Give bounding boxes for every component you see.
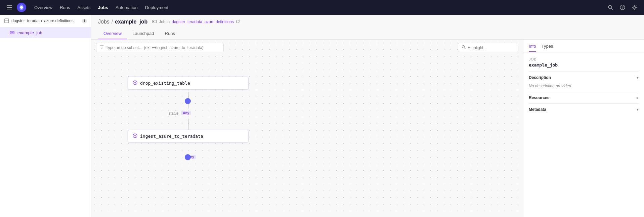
- top-nav: Overview Runs Assets Jobs Automation Dep…: [0, 0, 644, 15]
- tab-launchpad[interactable]: Launchpad: [127, 28, 159, 39]
- svg-rect-17: [153, 20, 157, 23]
- svg-point-19: [462, 46, 465, 48]
- right-panel-body: Job example_job Description ▾ No descrip…: [523, 52, 644, 120]
- svg-rect-11: [5, 19, 9, 23]
- tab-overview[interactable]: Overview: [98, 28, 127, 39]
- node-op-icon-1: [133, 80, 137, 86]
- accordion-description: Description ▾ No description provided: [529, 72, 639, 92]
- accordion-description-header[interactable]: Description ▾: [529, 72, 639, 83]
- svg-point-18: [153, 21, 154, 21]
- svg-point-10: [634, 7, 636, 8]
- svg-rect-2: [7, 9, 12, 9]
- app-layout: dagster_teradata_azure.definitions 1 exa…: [0, 15, 644, 217]
- help-button[interactable]: ?: [617, 2, 628, 13]
- accordion-description-chevron: ▾: [637, 75, 639, 80]
- graph-toolbar: [91, 40, 523, 55]
- repo-badge: 1: [82, 19, 87, 23]
- right-panel: Info Types Job example_job Description ▾: [523, 40, 644, 217]
- accordion-description-content: No description provided: [529, 83, 639, 92]
- content-area: drop_existing_table status Any: [91, 40, 644, 217]
- node-label-drop-existing-table: drop_existing_table: [140, 81, 190, 86]
- nav-deployment[interactable]: Deployment: [142, 3, 172, 12]
- repo-icon: [4, 18, 9, 24]
- op-filter-icon: [100, 45, 104, 50]
- hamburger-button[interactable]: [4, 2, 15, 13]
- connector-dot-1: [185, 98, 191, 104]
- svg-rect-1: [7, 7, 12, 8]
- nav-runs[interactable]: Runs: [56, 3, 73, 12]
- svg-line-7: [611, 8, 613, 10]
- sidebar-item-example-job[interactable]: example_job: [0, 27, 91, 38]
- node-op-icon-2: [133, 133, 137, 139]
- main-content: Jobs / example_job Job in dagster_terada…: [91, 15, 644, 217]
- graph-canvas: drop_existing_table status Any: [91, 56, 523, 217]
- breadcrumb-meta-link[interactable]: dagster_teradata_azure.definitions: [172, 19, 234, 24]
- breadcrumb-meta-text: Job in: [159, 19, 170, 24]
- repo-name: dagster_teradata_azure.definitions: [11, 18, 80, 23]
- connector-dot-2: [185, 154, 191, 160]
- accordion-description-label: Description: [529, 75, 551, 80]
- page-header: Jobs / example_job Job in dagster_terada…: [91, 15, 644, 40]
- nav-assets[interactable]: Assets: [74, 3, 94, 12]
- accordion-resources: Resources ▸: [529, 92, 639, 103]
- accordion-metadata-chevron: ▾: [637, 107, 639, 112]
- svg-line-20: [464, 48, 465, 49]
- sidebar-job-label: example_job: [17, 30, 42, 35]
- job-info-value: example_job: [529, 62, 639, 68]
- right-panel-tabs: Info Types: [523, 40, 644, 52]
- breadcrumb-separator: /: [112, 19, 113, 25]
- op-filter-input[interactable]: [106, 45, 220, 50]
- accordion-resources-header[interactable]: Resources ▸: [529, 92, 639, 103]
- app-logo: [16, 2, 27, 13]
- refresh-icon[interactable]: [236, 19, 240, 25]
- right-tab-info[interactable]: Info: [529, 44, 536, 52]
- search-button[interactable]: [605, 2, 616, 13]
- nav-automation[interactable]: Automation: [112, 3, 141, 12]
- node-ingest-azure-to-teradata[interactable]: ingest_azure_to_teradata: [128, 130, 249, 143]
- node-drop-existing-table[interactable]: drop_existing_table: [128, 77, 249, 90]
- nav-jobs[interactable]: Jobs: [95, 3, 112, 12]
- right-tab-types[interactable]: Types: [542, 44, 553, 52]
- tab-runs[interactable]: Runs: [160, 28, 180, 39]
- svg-rect-0: [7, 5, 12, 6]
- graph-area[interactable]: drop_existing_table status Any: [91, 40, 523, 217]
- job-info-label: Job: [529, 57, 639, 61]
- nav-items: Overview Runs Assets Jobs Automation Dep…: [31, 3, 604, 12]
- highlight-input[interactable]: [468, 45, 515, 50]
- accordion-metadata-header[interactable]: Metadata ▾: [529, 104, 639, 115]
- svg-point-5: [20, 6, 23, 9]
- edge-label-status: status: [169, 111, 178, 115]
- highlight-search-icon: [462, 45, 466, 50]
- breadcrumb: Jobs / example_job Job in dagster_terada…: [98, 19, 637, 25]
- job-icon: [9, 30, 15, 35]
- breadcrumb-meta: Job in dagster_teradata_azure.definition…: [152, 19, 240, 25]
- breadcrumb-current: example_job: [115, 19, 147, 25]
- svg-point-15: [11, 32, 11, 33]
- sidebar: dagster_teradata_azure.definitions 1 exa…: [0, 15, 91, 217]
- op-filter-container: [96, 43, 224, 52]
- node-label-ingest: ingest_azure_to_teradata: [140, 134, 203, 139]
- svg-text:?: ?: [622, 6, 624, 9]
- accordion-metadata: Metadata ▾: [529, 103, 639, 115]
- job-info-section: Job example_job: [529, 57, 639, 68]
- nav-overview[interactable]: Overview: [31, 3, 56, 12]
- accordion-resources-label: Resources: [529, 95, 549, 100]
- accordion-resources-chevron: ▸: [637, 95, 639, 100]
- accordion-metadata-label: Metadata: [529, 107, 546, 112]
- tabs: Overview Launchpad Runs: [98, 28, 637, 39]
- highlight-container: [458, 43, 518, 52]
- job-meta-icon: [152, 19, 157, 25]
- settings-button[interactable]: [629, 2, 640, 13]
- nav-right: ?: [605, 2, 640, 13]
- breadcrumb-jobs[interactable]: Jobs: [98, 19, 110, 25]
- sidebar-repo[interactable]: dagster_teradata_azure.definitions 1: [0, 15, 91, 27]
- any-badge-status: Any: [181, 111, 191, 115]
- accordion-description-text: No description provided: [529, 84, 571, 88]
